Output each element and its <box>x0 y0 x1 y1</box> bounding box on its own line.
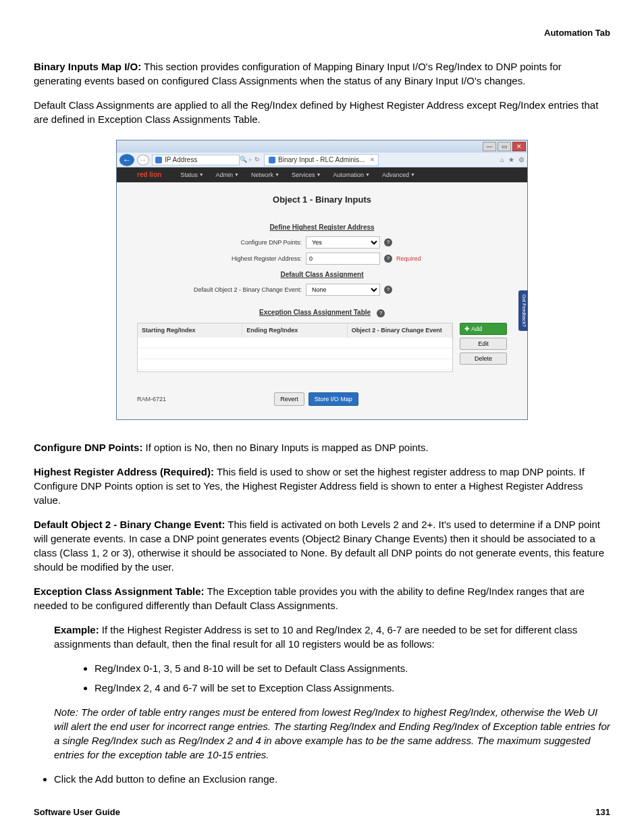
add-button[interactable]: ✚ Add <box>460 323 507 335</box>
window-maximize-button[interactable]: ▭ <box>498 142 511 151</box>
footer-left: Software User Guide <box>34 806 120 818</box>
device-label: RAM-6721 <box>137 395 166 404</box>
tab-title: Binary Input - RLC Adminis... <box>278 155 365 165</box>
url-text: IP Address <box>165 155 197 165</box>
paragraph-binary-inputs-map: Binary Inputs Map I/O: This section prov… <box>34 59 610 88</box>
help-icon[interactable]: ? <box>377 309 385 317</box>
paragraph-ect: Exception Class Assignment Table: The Ex… <box>34 584 610 613</box>
app-nav-bar: red lion Status▼ Admin▼ Network▼ Service… <box>117 167 527 182</box>
page-header-section: Automation Tab <box>34 27 610 39</box>
paragraph-default-class: Default Class Assignments are applied to… <box>34 98 610 126</box>
label-dce: Default Object 2 - Binary Change Event: <box>34 519 225 530</box>
nav-automation[interactable]: Automation▼ <box>333 171 369 180</box>
select-default-change-event[interactable]: None <box>306 284 380 296</box>
help-icon[interactable]: ? <box>384 286 392 294</box>
label-example: Example: <box>54 624 99 635</box>
window-titlebar: — ▭ ✕ <box>117 140 527 153</box>
browser-tab[interactable]: Binary Input - RLC Adminis... × <box>264 154 379 166</box>
label-cfg-dnp: Configure DNP Points: <box>34 442 142 453</box>
footer-page-number: 131 <box>595 806 610 818</box>
col-starting-reg: Starting Reg/Index <box>138 323 242 338</box>
table-row[interactable] <box>138 359 452 370</box>
exception-table-title: Exception Class Assignment Table <box>259 309 371 316</box>
paragraph-example: Example: If the Highest Register Address… <box>54 623 610 651</box>
list-item: Click the Add button to define an Exclus… <box>54 772 610 786</box>
nav-advanced[interactable]: Advanced▼ <box>382 171 415 180</box>
label-default-change-event: Default Object 2 - Binary Change Event: <box>137 286 306 294</box>
label-highest-register: Highest Register Address: <box>137 255 306 263</box>
window-minimize-button[interactable]: — <box>483 142 496 151</box>
window-close-button[interactable]: ✕ <box>512 142 526 151</box>
example-bullet-list: Reg/Index 0-1, 3, 5 and 8-10 will be set… <box>81 661 610 695</box>
page-title: Object 1 - Binary Inputs <box>137 194 507 206</box>
browser-address-bar: ← → IP Address 🔍 ▾ ↻ Binary Input - RLC … <box>117 153 527 167</box>
nav-admin[interactable]: Admin▼ <box>216 171 239 180</box>
url-field[interactable]: IP Address <box>152 155 240 165</box>
help-icon[interactable]: ? <box>384 238 392 246</box>
back-button[interactable]: ← <box>119 154 134 166</box>
embedded-screenshot: — ▭ ✕ ← → IP Address 🔍 ▾ ↻ Binary Input … <box>116 140 528 420</box>
store-io-map-button[interactable]: Store I/O Map <box>308 392 358 406</box>
nav-network[interactable]: Network▼ <box>251 171 279 180</box>
paragraph-configure-dnp: Configure DNP Points: If option is No, t… <box>34 440 610 454</box>
required-badge: Required <box>396 255 421 263</box>
list-item: Reg/Index 0-1, 3, 5 and 8-10 will be set… <box>95 661 610 675</box>
tools-icon[interactable]: ⚙ <box>518 155 525 165</box>
label-binary-inputs-map: Binary Inputs Map I/O: <box>34 61 141 72</box>
tab-close-icon[interactable]: × <box>370 155 374 165</box>
paragraph-note: Note: The order of table entry ranges mu… <box>54 705 610 762</box>
nav-status[interactable]: Status▼ <box>180 171 203 180</box>
exception-table: Starting Reg/Index Ending Reg/Index Obje… <box>137 323 453 372</box>
row-highest-register: Highest Register Address: ? Required <box>137 253 507 265</box>
row-default-change-event: Default Object 2 - Binary Change Event: … <box>137 284 507 296</box>
page-footer: Software User Guide 131 <box>34 806 610 818</box>
section-define-hra: Define Highest Register Address <box>137 223 507 232</box>
paragraph-hra: Highest Register Address (Required): Thi… <box>34 465 610 507</box>
feedback-tab[interactable]: Got Feedback? <box>518 290 528 331</box>
table-body[interactable] <box>138 338 452 371</box>
delete-button[interactable]: Delete <box>460 353 507 365</box>
ie-icon <box>155 157 162 163</box>
help-icon[interactable]: ? <box>384 255 392 263</box>
input-highest-register[interactable] <box>306 253 380 265</box>
label-hra: Highest Register Address (Required): <box>34 466 214 477</box>
select-configure-dnp[interactable]: Yes <box>306 236 380 249</box>
table-row[interactable] <box>138 348 452 359</box>
paragraph-dce: Default Object 2 - Binary Change Event: … <box>34 517 610 574</box>
table-row[interactable] <box>138 338 452 348</box>
text-example: If the Highest Register Address is set t… <box>54 624 577 650</box>
col-ending-reg: Ending Reg/Index <box>242 323 347 338</box>
label-ect: Exception Class Assignment Table: <box>34 585 205 597</box>
section-default-class: Default Class Assignment <box>137 270 507 280</box>
action-bullet-list: Click the Add button to define an Exclus… <box>34 772 610 786</box>
edit-button[interactable]: Edit <box>460 338 507 350</box>
home-icon[interactable]: ⌂ <box>500 155 504 165</box>
label-configure-dnp: Configure DNP Points: <box>137 238 306 247</box>
search-icon[interactable]: 🔍 <box>240 155 247 164</box>
list-item: Reg/Index 2, 4 and 6-7 will be set to Ex… <box>95 681 610 695</box>
forward-button[interactable]: → <box>137 155 149 165</box>
search-refresh-group: 🔍 ▾ ↻ <box>240 155 260 165</box>
refresh-icon[interactable]: ↻ <box>254 155 260 164</box>
col-change-event: Object 2 - Binary Change Event <box>348 323 452 338</box>
brand-logo: red lion <box>137 170 161 180</box>
nav-services[interactable]: Services▼ <box>292 171 321 180</box>
row-configure-dnp: Configure DNP Points: Yes ? <box>137 236 507 249</box>
tab-favicon <box>269 157 275 163</box>
section-exception-table: Exception Class Assignment Table ? <box>137 308 507 317</box>
text-cfg-dnp: If option is No, then no Binary Inputs i… <box>142 442 428 453</box>
revert-button[interactable]: Revert <box>274 392 304 406</box>
favorites-icon[interactable]: ★ <box>508 155 514 165</box>
